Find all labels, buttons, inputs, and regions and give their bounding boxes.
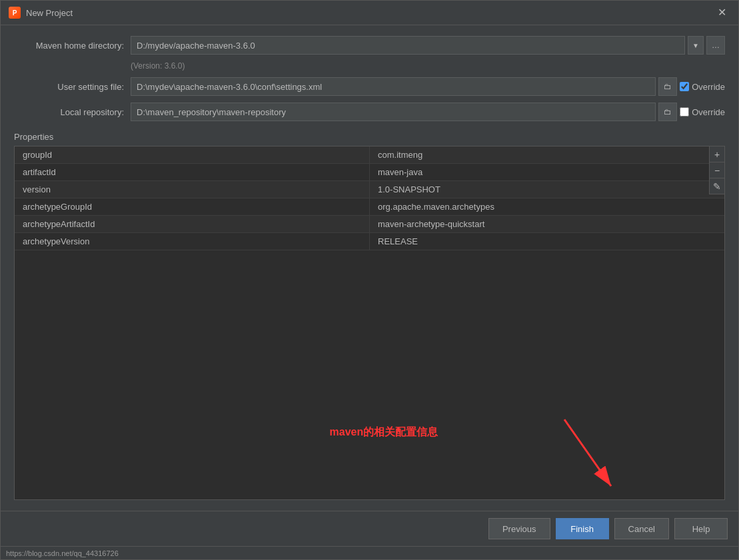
table-row: archetypeGroupIdorg.apache.maven.archety… [15, 198, 724, 216]
finish-button[interactable]: Finish [556, 518, 609, 539]
url-bar: https://blog.csdn.net/qq_44316726 [1, 546, 738, 559]
maven-home-row: Maven home directory: ▼ … [14, 36, 725, 55]
title-bar-left: P New Project [9, 7, 73, 19]
maven-version-note: (Version: 3.6.0) [131, 61, 725, 71]
local-repo-override-group: Override [680, 107, 725, 117]
table-row: artifactIdmaven-java [15, 164, 724, 181]
status-url: https://blog.csdn.net/qq_44316726 [6, 549, 119, 557]
local-repo-browse-btn[interactable]: 🗀 [658, 103, 677, 121]
add-property-btn[interactable]: + [710, 146, 724, 162]
edit-property-btn[interactable]: ✎ [710, 178, 724, 194]
property-value: com.itmeng [370, 146, 725, 164]
user-settings-override-label: Override [692, 82, 725, 92]
properties-table: groupIdcom.itmengartifactIdmaven-javaver… [15, 146, 724, 250]
local-repo-row: Local repository: 🗀 Override [14, 103, 725, 121]
button-bar: Previous Finish Cancel Help [1, 511, 738, 546]
property-key: artifactId [15, 164, 370, 181]
table-row: archetypeArtifactIdmaven-archetype-quick… [15, 216, 724, 233]
folder-icon-2: 🗀 [664, 107, 672, 117]
user-settings-input[interactable] [131, 77, 656, 96]
property-key: archetypeGroupId [15, 198, 370, 216]
maven-home-label: Maven home directory: [14, 41, 124, 51]
maven-home-dropdown-btn[interactable]: ▼ [688, 36, 704, 55]
cancel-button[interactable]: Cancel [614, 518, 669, 539]
user-settings-label: User settings file: [14, 82, 124, 92]
new-project-dialog: P New Project ✕ Maven home directory: ▼ … [0, 0, 739, 560]
title-bar: P New Project ✕ [1, 1, 738, 25]
properties-section: Properties groupIdcom.itmengartifactIdma… [14, 132, 725, 500]
maven-home-browse-btn[interactable]: … [706, 36, 725, 55]
app-icon: P [9, 7, 21, 19]
property-key: archetypeVersion [15, 233, 370, 250]
property-value: org.apache.maven.archetypes [370, 198, 725, 216]
dialog-content: Maven home directory: ▼ … (Version: 3.6.… [1, 25, 738, 511]
properties-table-container: groupIdcom.itmengartifactIdmaven-javaver… [14, 146, 725, 500]
help-button[interactable]: Help [674, 518, 728, 539]
maven-home-input-group: ▼ … [131, 36, 725, 55]
remove-property-btn[interactable]: − [710, 162, 724, 178]
annotation-arrow [511, 413, 631, 499]
table-row: version1.0-SNAPSHOT [15, 181, 724, 198]
window-title: New Project [26, 8, 73, 18]
properties-title: Properties [14, 132, 725, 143]
property-key: archetypeArtifactId [15, 216, 370, 233]
table-row: archetypeVersionRELEASE [15, 233, 724, 250]
svg-line-1 [564, 420, 611, 486]
user-settings-row: User settings file: 🗀 Override [14, 77, 725, 96]
property-value: 1.0-SNAPSHOT [370, 181, 725, 198]
property-value: RELEASE [370, 233, 725, 250]
local-repo-input-group: 🗀 Override [131, 103, 725, 121]
local-repo-override-label: Override [692, 107, 725, 117]
user-settings-input-group: 🗀 Override [131, 77, 725, 96]
user-settings-override-checkbox[interactable] [680, 82, 689, 91]
property-value: maven-archetype-quickstart [370, 216, 725, 233]
local-repo-label: Local repository: [14, 107, 124, 117]
table-row: groupIdcom.itmeng [15, 146, 724, 164]
close-button[interactable]: ✕ [714, 6, 730, 19]
previous-button[interactable]: Previous [488, 518, 550, 539]
property-value: maven-java [370, 164, 725, 181]
table-actions: + − ✎ [709, 146, 724, 194]
local-repo-override-checkbox[interactable] [680, 107, 689, 117]
local-repo-input[interactable] [131, 103, 656, 121]
user-settings-browse-btn[interactable]: 🗀 [658, 77, 677, 96]
annotation-text: maven的相关配置信息 [330, 426, 438, 437]
folder-icon: 🗀 [664, 82, 672, 91]
maven-home-input[interactable] [131, 36, 685, 55]
property-key: version [15, 181, 370, 198]
user-settings-override-group: Override [680, 82, 725, 92]
property-key: groupId [15, 146, 370, 164]
